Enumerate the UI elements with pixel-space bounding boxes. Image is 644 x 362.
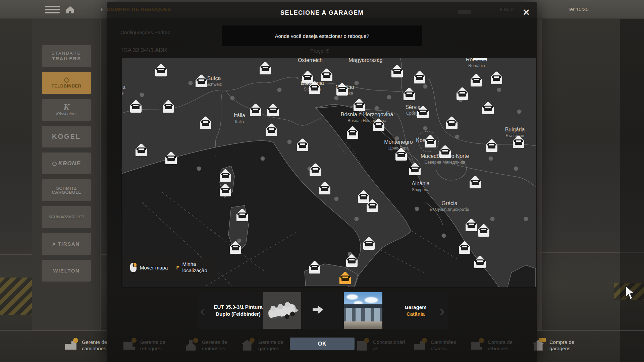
breadcrumb-arrow-icon [101,7,103,11]
country-sublabel: Црна Гора [388,146,409,150]
carousel-prev-icon[interactable]: ‹ [198,292,208,329]
garage-name: Garagem Catânia [394,292,437,329]
garage-photo [344,292,382,329]
country-label: Österreich [298,58,323,63]
trailer-thumbnail [263,292,301,329]
country-label: Suíça [207,75,221,81]
brand-schwarzmuller[interactable]: SCHWARZMÜLLER [42,206,91,228]
country-sublabel: Schweiz [206,82,222,87]
brand-tirsan[interactable]: TIRSAN [42,233,91,255]
country-sublabel: România [468,63,485,68]
country-label: Magyarország [348,58,382,63]
close-icon[interactable]: ✕ [519,5,533,19]
garage-label: Garagem [405,304,426,310]
country-label: Albânia [412,181,429,186]
my-location-label: Minha localização [182,261,213,274]
question-text: Aonde você deseja estacionar o reboque? [275,33,369,39]
garage-map[interactable]: FrançaFranceSuíçaSchweizItáliaItaliaÖste… [122,58,536,287]
brand-krone[interactable]: KRONE [42,153,91,174]
wall-shadow [620,0,644,362]
ok-button[interactable]: OK [290,338,355,350]
brand-feldbinder[interactable]: FELDBINDER [42,72,91,94]
tirsan-mark-icon [52,242,57,246]
garage-city: Catânia [407,311,425,317]
country-label: França [122,84,125,90]
map-scroll-indicator [473,58,487,60]
f-key-label: F [176,265,179,270]
mouse-icon [130,262,137,273]
brand-schmitz-cargobull[interactable]: SCHMITZCARGOBULL [42,179,91,201]
nav-garage-purchase[interactable]: Compra de garagens [531,335,582,356]
arrow-right-icon [313,305,324,315]
map-legend: Mover mapa F Minha localização [125,258,218,277]
select-garage-dialog: SELECIONE A GARAGEM ✕ Aonde você deseja … [107,2,537,362]
truck-manager-icon [64,338,78,352]
country-sublabel: Ελληνική Δημοκρατία [430,207,469,212]
country-sublabel: Shqipëria [412,187,430,192]
screen: COMPRA DE REBOQUES € 95.2 Ter 15:35 STAN… [0,0,644,362]
krone-ring-icon [52,162,57,166]
country-label: Sérvia [405,104,420,110]
hazard-stripes [0,278,32,315]
nav-divider [0,330,107,331]
country-label: Itália [234,113,245,118]
home-icon[interactable] [65,5,75,15]
dialog-title: SELECIONE A GARAGEM [107,9,537,16]
country-sublabel: Северна Македонија [424,160,465,165]
selection-strip: ‹ EUT 35.3-3/1 Pintura Duplo (Feldbinder… [198,292,448,329]
move-map-label: Mover mapa [140,265,168,270]
country-label: Montenegro [384,139,413,145]
brand-standard-trailers[interactable]: STANDARDTRAILERS [42,45,91,67]
country-label: Grécia [441,200,457,206]
brand-kassbohrer[interactable]: KKässbohrer [42,99,91,121]
panel-edge [537,19,542,330]
carousel-next-icon[interactable]: › [437,292,447,329]
country-label: Bulgária [505,127,525,132]
country-label: Bósnia e Herzegovina [341,112,393,117]
trailer-name: EUT 35.3-3/1 Pintura Duplo (Feldbinder) [208,292,268,329]
mouse-cursor [625,286,635,300]
brand-kogel[interactable]: KÖGEL [42,126,91,147]
game-clock: Ter 15:35 [568,6,589,12]
question-bar: Aonde você deseja estacionar o reboque? [222,25,422,46]
brand-wielton[interactable]: WIELTON [42,260,91,282]
country-sublabel: Italia [235,119,244,124]
country-sublabel: France [122,91,123,96]
menu-icon[interactable] [45,6,60,13]
nav-divider [537,330,644,331]
feldbinder-diamond-icon [63,77,69,83]
country-sublabel: България [505,133,524,138]
brand-sidebar: STANDARDTRAILERSFELDBINDERKKässbohrerKÖG… [32,19,101,330]
